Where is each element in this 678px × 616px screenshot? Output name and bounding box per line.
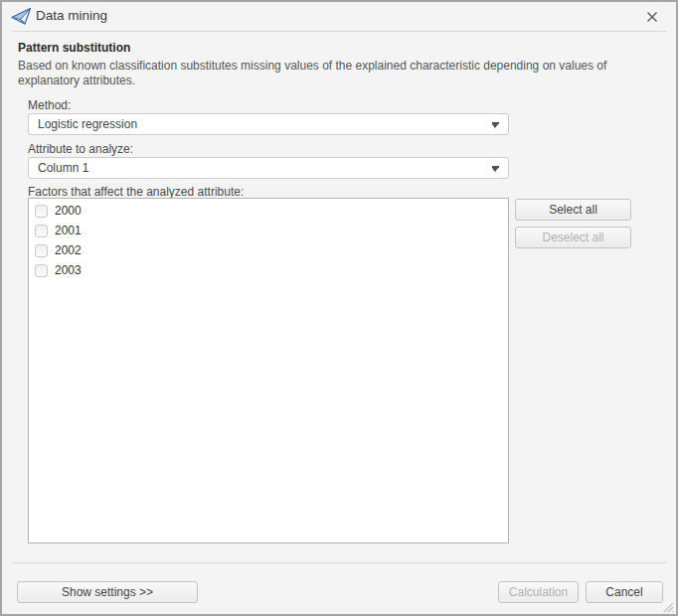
chevron-down-icon [491, 121, 500, 129]
titlebar: Data mining [2, 2, 676, 31]
cancel-button[interactable]: Cancel [586, 581, 663, 603]
factor-checkbox[interactable] [35, 205, 48, 218]
titlebar-separator [12, 31, 666, 32]
method-dropdown[interactable]: Logistic regression [28, 113, 509, 135]
factor-label: 2001 [55, 224, 82, 237]
factor-checkbox[interactable] [35, 244, 48, 257]
factor-label: 2003 [55, 263, 82, 277]
calculation-button[interactable]: Calculation [498, 581, 579, 603]
attribute-dropdown-value: Column 1 [38, 161, 88, 175]
footer-separator [12, 562, 666, 563]
list-item[interactable]: 2002 [29, 241, 508, 261]
list-item[interactable]: 2000 [29, 202, 508, 222]
description-text: Based on known classification substitute… [18, 59, 664, 88]
factor-checkbox[interactable] [35, 264, 48, 277]
factors-listbox[interactable]: 2000200120022003 [28, 198, 509, 543]
chevron-down-icon [491, 165, 500, 173]
attribute-label: Attribute to analyze: [28, 142, 133, 156]
close-icon[interactable] [644, 9, 660, 25]
list-item[interactable]: 2003 [29, 261, 508, 281]
method-label: Method: [28, 98, 71, 112]
paper-plane-icon [11, 7, 32, 26]
list-item[interactable]: 2001 [29, 222, 508, 241]
select-all-button[interactable]: Select all [515, 199, 631, 221]
window-title: Data mining [36, 8, 107, 23]
factor-label: 2002 [55, 243, 82, 257]
attribute-dropdown[interactable]: Column 1 [28, 157, 509, 179]
factors-label: Factors that affect the analyzed attribu… [28, 185, 244, 199]
deselect-all-button[interactable]: Deselect all [515, 227, 631, 248]
factor-checkbox[interactable] [35, 225, 48, 237]
factor-label: 2000 [55, 204, 82, 218]
show-settings-button[interactable]: Show settings >> [17, 581, 198, 603]
page-title: Pattern substitution [18, 41, 130, 55]
data-mining-dialog: Data mining Pattern substitution Based o… [0, 0, 678, 616]
resize-grip-icon[interactable] [661, 599, 674, 612]
method-dropdown-value: Logistic regression [38, 117, 137, 131]
